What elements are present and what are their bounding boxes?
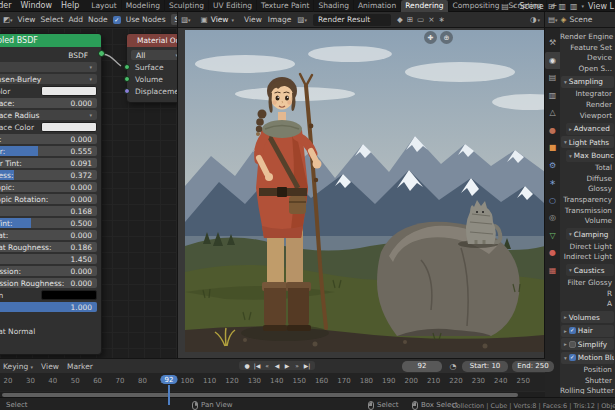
pin-button[interactable]: ∗ [438, 15, 444, 24]
mode-dropdown[interactable]: ▣View▾ [197, 14, 238, 25]
editor-type-icon[interactable]: ▤▾ [548, 15, 558, 24]
use-nodes-checkbox[interactable]: ✓ [113, 16, 121, 24]
prop-render[interactable]: Render [560, 100, 615, 111]
menu-add[interactable]: Add [69, 15, 84, 24]
panel-motion-blur[interactable]: ▾✓Motion Blur [561, 352, 614, 364]
copy-scene-icon[interactable]: ▥ [558, 2, 566, 11]
panel-caustics[interactable]: ▾Caustics [566, 264, 614, 276]
workspace-tab-texture-paint[interactable]: Texture Paint [257, 0, 314, 12]
tab-modifiers[interactable]: ⚙ [545, 157, 560, 175]
next-keyframe-button[interactable]: » [293, 362, 301, 369]
prop-position[interactable]: Position [560, 365, 615, 376]
prop-indirect-light[interactable]: Indirect Light [560, 252, 615, 263]
tab-texture[interactable]: ▦ [545, 262, 560, 280]
panel-advanced[interactable]: ▸Advanced [566, 123, 614, 135]
tab-constraints[interactable]: ◎ [545, 209, 560, 227]
panel-light-paths[interactable]: ▾Light Paths [561, 136, 614, 148]
panel-hair[interactable]: ▸✓Hair [561, 325, 614, 337]
menu-select[interactable]: Select [40, 15, 63, 24]
current-frame-field[interactable]: 92 [402, 361, 442, 372]
workspace-tab-rendering[interactable]: Rendering [401, 0, 448, 12]
slot-selector[interactable]: Slot 1▾ ◐ [171, 14, 178, 25]
menu-image[interactable]: Image [268, 15, 292, 24]
panel-volumes[interactable]: ▸Volumes [561, 311, 614, 323]
prop-transmission[interactable]: Transmission [560, 206, 615, 217]
fake-user-button[interactable]: ◆ [397, 15, 403, 24]
workspace-tab-sculpting[interactable]: Sculpting [165, 0, 209, 12]
new-image-button[interactable]: ⊞ [407, 15, 413, 24]
menu-node[interactable]: Node [88, 15, 108, 24]
menu-help[interactable]: Help [61, 1, 79, 10]
prop-r[interactable]: R [560, 289, 615, 300]
prop-feature-set[interactable]: Feature Set [560, 43, 615, 54]
tab-scene[interactable]: △ [545, 104, 560, 122]
panel-clamping[interactable]: ▾Clamping [566, 228, 614, 240]
timeline-ruler[interactable]: 92 2030405060708090100110120130140150160… [0, 373, 545, 391]
panel-simplify[interactable]: ▸Simplify [561, 338, 614, 350]
simplify-checkbox[interactable] [569, 341, 576, 348]
prop-volume[interactable]: Volume [560, 216, 615, 227]
hair-checkbox[interactable]: ✓ [569, 327, 576, 334]
prop-shutter[interactable]: Shutter [560, 376, 615, 387]
tab-output[interactable]: ▤ [545, 69, 560, 87]
shader-editor-canvas[interactable]: Principled BSDF BSDFGGX▾Christensen-Burl… [0, 28, 178, 358]
menu-render[interactable]: Render [0, 1, 11, 10]
prop-diffuse[interactable]: Diffuse [560, 174, 615, 185]
prop-glossy[interactable]: Glossy [560, 184, 615, 195]
menu-window[interactable]: Window [20, 1, 52, 10]
playhead[interactable]: 92 [161, 375, 178, 384]
prop-open-s[interactable]: Open S... [560, 64, 615, 75]
play-reverse-button[interactable]: ◀ [273, 362, 281, 369]
panel-max-bounces[interactable]: ▾Max Bounces [566, 150, 614, 162]
workspace-tab-compositing[interactable]: Compositing [449, 0, 505, 12]
prop-viewport[interactable]: Viewport [560, 111, 615, 122]
view-layer-selector[interactable]: View L [588, 2, 614, 11]
tab-view-layer[interactable]: ▥ [545, 87, 560, 105]
workspace-tab-modeling[interactable]: Modeling [122, 0, 165, 12]
menu-keying[interactable]: Keying ▾ [3, 362, 33, 371]
tab-object[interactable]: ■ [545, 139, 560, 157]
bsdf-output-socket[interactable] [98, 50, 105, 57]
tab-tool[interactable]: ⚒ [545, 34, 560, 52]
menu-marker[interactable]: Marker [67, 362, 93, 371]
frame-start-field[interactable]: Start: 10 [462, 361, 508, 372]
editor-type-icon[interactable]: ▨▾ [181, 15, 191, 24]
menu-view[interactable]: View [41, 362, 59, 371]
workspace-tab-animation[interactable]: Animation [354, 0, 401, 12]
prop-render-engine[interactable]: Render Engine [560, 32, 615, 43]
prop-transparency[interactable]: Transparency [560, 195, 615, 206]
tab-physics[interactable]: ○ [545, 192, 560, 210]
prop-direct-light[interactable]: Direct Light [560, 242, 615, 253]
jump-to-start-button[interactable]: |◀ [253, 362, 261, 369]
editor-type-icon[interactable]: ◩▾ [3, 15, 13, 24]
workspace-tab-layout[interactable]: Layout [87, 0, 122, 12]
prop-integrator[interactable]: Integrator [560, 89, 615, 100]
play-button[interactable]: ▶ [283, 362, 291, 369]
preview-range-icon[interactable]: ◔ [447, 361, 459, 372]
record-button[interactable]: ● [243, 362, 251, 369]
motion-blur-checkbox[interactable]: ✓ [569, 354, 576, 361]
prop-rolling-shutter[interactable]: Rolling Shutter [560, 386, 615, 394]
image-editor-canvas[interactable]: ✚ ⊕ [178, 28, 545, 358]
unlink-image-button[interactable]: × [428, 15, 434, 24]
frame-end-field[interactable]: End: 250 [512, 361, 554, 372]
tab-render[interactable]: ◉ [545, 52, 560, 70]
new-scene-icon[interactable]: ⊞ [548, 2, 555, 11]
workspace-tab-uv-editing[interactable]: UV Editing [209, 0, 257, 12]
workspace-tab-shading[interactable]: Shading [314, 0, 353, 12]
previous-keyframe-button[interactable]: « [263, 362, 271, 369]
prop-device[interactable]: Device [560, 53, 615, 64]
tab-material[interactable]: ● [545, 244, 560, 262]
prop-filter-glossy[interactable]: Filter Glossy [560, 278, 615, 289]
image-datablock-field[interactable]: Render Result [313, 14, 391, 26]
display-channels-dropdown[interactable]: ◑▾ [530, 15, 544, 24]
menu-view[interactable]: View [244, 15, 262, 24]
tab-particles[interactable]: ∗ [545, 174, 560, 192]
zoom-gizmo[interactable]: ⊕ [440, 31, 453, 44]
prop-total[interactable]: Total [560, 163, 615, 174]
prop-a[interactable]: A [560, 299, 615, 310]
open-image-button[interactable]: ▭ [417, 15, 424, 24]
tab-object-data[interactable]: ▽ [545, 227, 560, 245]
tab-world[interactable]: ● [545, 122, 560, 140]
menu-view[interactable]: View [18, 15, 36, 24]
